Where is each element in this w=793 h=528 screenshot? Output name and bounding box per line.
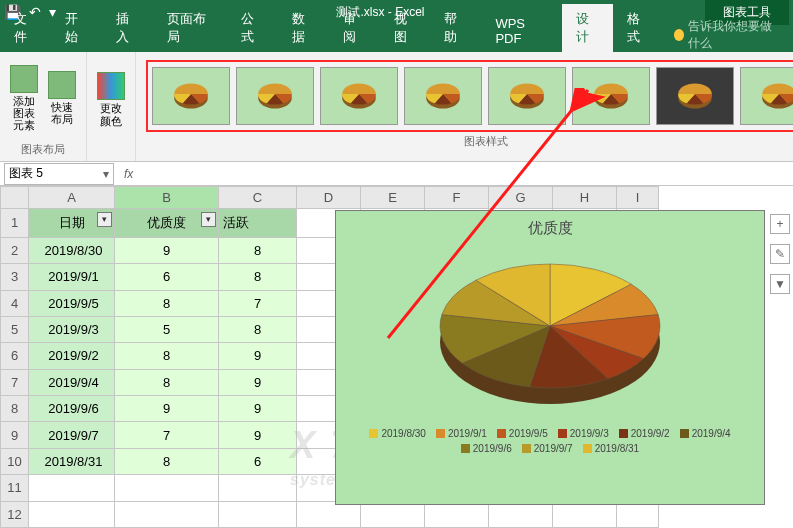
cell-A1[interactable]: 日期▾	[29, 209, 115, 238]
legend-item[interactable]: 2019/8/30	[369, 428, 426, 439]
cell-C4[interactable]: 7	[219, 290, 297, 316]
cell-C7[interactable]: 9	[219, 369, 297, 395]
formula-bar-input[interactable]	[143, 163, 793, 185]
cell-B8[interactable]: 9	[115, 396, 219, 422]
cell-A6[interactable]: 2019/9/2	[29, 343, 115, 369]
chart-style-thumb-1[interactable]	[152, 67, 230, 125]
cell-A7[interactable]: 2019/9/4	[29, 369, 115, 395]
tab-design[interactable]: 设计	[562, 4, 613, 52]
cell-B3[interactable]: 6	[115, 264, 219, 290]
chart-plus-button[interactable]: +	[770, 214, 790, 234]
col-header-F[interactable]: F	[425, 187, 489, 209]
tab-insert[interactable]: 插入	[102, 4, 153, 52]
cell-C3[interactable]: 8	[219, 264, 297, 290]
cell-C8[interactable]: 9	[219, 396, 297, 422]
tab-home[interactable]: 开始	[51, 4, 102, 52]
name-box-dropdown-icon[interactable]: ▾	[103, 167, 109, 181]
select-all-cell[interactable]	[1, 187, 29, 209]
legend-item[interactable]: 2019/9/5	[497, 428, 548, 439]
col-header-I[interactable]: I	[617, 187, 659, 209]
name-box-input[interactable]	[9, 167, 79, 181]
quick-layout-label: 快速布局	[48, 101, 76, 125]
tab-review[interactable]: 审阅	[329, 4, 380, 52]
tab-help[interactable]: 帮助	[430, 4, 481, 52]
cell-B4[interactable]: 8	[115, 290, 219, 316]
fx-icon[interactable]: fx	[114, 167, 143, 181]
col-header-H[interactable]: H	[553, 187, 617, 209]
legend-item[interactable]: 2019/9/4	[680, 428, 731, 439]
change-colors-button[interactable]: 更改 颜色	[93, 70, 129, 128]
chart-style-thumb-3[interactable]	[320, 67, 398, 125]
cell-A3[interactable]: 2019/9/1	[29, 264, 115, 290]
cell-C9[interactable]: 9	[219, 422, 297, 448]
cell-B5[interactable]: 5	[115, 316, 219, 342]
cell-B1[interactable]: 优质度▾	[115, 209, 219, 238]
cell-B2[interactable]: 9	[115, 237, 219, 263]
col-header-B[interactable]: B	[115, 187, 219, 209]
tab-format[interactable]: 格式	[613, 4, 664, 52]
cell-A5[interactable]: 2019/9/3	[29, 316, 115, 342]
cell-A8[interactable]: 2019/9/6	[29, 396, 115, 422]
embedded-chart[interactable]: 优质度 2019/8/302019/9/12019/9/52019/9/3201…	[335, 210, 765, 505]
cell-A9[interactable]: 2019/9/7	[29, 422, 115, 448]
col-header-E[interactable]: E	[361, 187, 425, 209]
row-head-7[interactable]: 7	[1, 369, 29, 395]
row-head-10[interactable]: 10	[1, 448, 29, 474]
chart-style-thumb-5[interactable]	[488, 67, 566, 125]
chart-brush-button[interactable]: ✎	[770, 244, 790, 264]
chart-filter-button[interactable]: ▼	[770, 274, 790, 294]
tab-view[interactable]: 视图	[380, 4, 431, 52]
row-head-8[interactable]: 8	[1, 396, 29, 422]
cell-C2[interactable]: 8	[219, 237, 297, 263]
chart-style-thumb-6[interactable]	[572, 67, 650, 125]
add-chart-element-button[interactable]: 添加图表 元素	[6, 63, 42, 133]
row-head-11[interactable]: 11	[1, 475, 29, 501]
legend-item[interactable]: 2019/9/1	[436, 428, 487, 439]
col-header-D[interactable]: D	[297, 187, 361, 209]
row-head-2[interactable]: 2	[1, 237, 29, 263]
row-head-6[interactable]: 6	[1, 343, 29, 369]
tab-data[interactable]: 数据	[278, 4, 329, 52]
tab-formulas[interactable]: 公式	[227, 4, 278, 52]
cell-A4[interactable]: 2019/9/5	[29, 290, 115, 316]
tab-page-layout[interactable]: 页面布局	[153, 4, 227, 52]
cell-B9[interactable]: 7	[115, 422, 219, 448]
col-header-A[interactable]: A	[29, 187, 115, 209]
cell-C1[interactable]: 活跃	[219, 209, 297, 238]
tab-file[interactable]: 文件	[0, 4, 51, 52]
tab-wps-pdf[interactable]: WPS PDF	[481, 10, 561, 52]
row-head-4[interactable]: 4	[1, 290, 29, 316]
legend-item[interactable]: 2019/9/7	[522, 443, 573, 454]
cell-B10[interactable]: 8	[115, 448, 219, 474]
cell-C10[interactable]: 6	[219, 448, 297, 474]
row-head-9[interactable]: 9	[1, 422, 29, 448]
row-head-3[interactable]: 3	[1, 264, 29, 290]
cell-B7[interactable]: 8	[115, 369, 219, 395]
quick-layout-button[interactable]: 快速布局	[44, 69, 80, 127]
cell-A12[interactable]	[29, 501, 115, 527]
cell-A11[interactable]	[29, 475, 115, 501]
filter-button-A[interactable]: ▾	[97, 212, 112, 227]
cell-B6[interactable]: 8	[115, 343, 219, 369]
legend-item[interactable]: 2019/9/6	[461, 443, 512, 454]
chart-style-thumb-8[interactable]	[740, 67, 793, 125]
filter-button-B[interactable]: ▾	[201, 212, 216, 227]
chart-style-thumb-4[interactable]	[404, 67, 482, 125]
cell-C6[interactable]: 9	[219, 343, 297, 369]
col-header-C[interactable]: C	[219, 187, 297, 209]
tell-me-search[interactable]: 告诉我你想要做什么	[664, 18, 793, 52]
cell-A2[interactable]: 2019/8/30	[29, 237, 115, 263]
row-head-12[interactable]: 12	[1, 501, 29, 527]
cell-A10[interactable]: 2019/8/31	[29, 448, 115, 474]
cell-C5[interactable]: 8	[219, 316, 297, 342]
chart-title[interactable]: 优质度	[336, 211, 764, 240]
row-head-1[interactable]: 1	[1, 209, 29, 238]
row-head-5[interactable]: 5	[1, 316, 29, 342]
chart-style-thumb-2[interactable]	[236, 67, 314, 125]
legend-item[interactable]: 2019/9/3	[558, 428, 609, 439]
name-box[interactable]: ▾	[4, 163, 114, 185]
chart-style-thumb-7[interactable]	[656, 67, 734, 125]
legend-item[interactable]: 2019/9/2	[619, 428, 670, 439]
col-header-G[interactable]: G	[489, 187, 553, 209]
legend-item[interactable]: 2019/8/31	[583, 443, 640, 454]
